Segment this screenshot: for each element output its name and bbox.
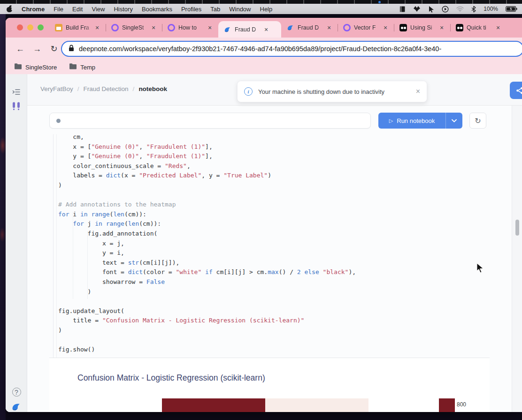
menu-view[interactable]: View	[92, 6, 105, 13]
tab-strip: Build Fra×SingleSt×How to×Fraud D×Fraud …	[6, 18, 522, 38]
browser-tab[interactable]: Build Fra×	[49, 18, 106, 38]
browser-tab[interactable]: How to×	[162, 18, 218, 38]
wifi-icon[interactable]	[456, 6, 464, 12]
code-line: for i in range(len(cm)):	[58, 210, 356, 220]
run-options-caret[interactable]	[445, 113, 462, 129]
browser-tab[interactable]: SingleSt×	[106, 18, 162, 38]
browser-toolbar: ← → ↻ deepnote.com/workspace/veryfatboy-…	[6, 38, 522, 60]
purple-ring-favicon	[168, 24, 175, 31]
browser-tab[interactable]: Fraud D×	[218, 21, 281, 38]
window-orange-favicon	[55, 24, 62, 31]
menu-history[interactable]: History	[114, 6, 132, 13]
tab-label: Fraud D	[235, 26, 261, 33]
menu-profiles[interactable]: Profiles	[181, 6, 201, 13]
lock-icon[interactable]	[69, 45, 74, 53]
deepnote-favicon	[287, 24, 294, 31]
breadcrumb-notebook[interactable]: notebook	[138, 85, 167, 92]
refresh-button[interactable]: ↻	[469, 113, 486, 129]
notebook-prompt-input[interactable]	[49, 113, 371, 129]
code-line: showarrow = False	[58, 277, 356, 287]
browser-tab[interactable]: Fraud D×	[281, 18, 338, 38]
cell-gutter-line	[53, 134, 54, 359]
help-icon[interactable]: ?	[6, 388, 27, 397]
tab-close-icon[interactable]: ×	[264, 26, 268, 33]
colorbar-tick-label: 800	[457, 401, 466, 408]
scrollbar-thumb[interactable]	[515, 220, 519, 236]
overlay-tick-marks	[0, 0, 522, 4]
browser-tab[interactable]: Vector F×	[338, 18, 394, 38]
run-notebook-label: Run notebook	[397, 117, 435, 124]
tab-close-icon[interactable]: ×	[496, 24, 500, 31]
purple-ring-favicon	[111, 24, 119, 31]
toast-close-icon[interactable]: ×	[416, 87, 420, 96]
deepnote-app: ? VeryFatBoy/Fraud Detection/notebook i …	[6, 74, 522, 412]
back-button[interactable]: ←	[12, 44, 28, 54]
video-black-favicon	[456, 24, 463, 31]
share-icon	[515, 86, 522, 95]
tab-label: Build Fra	[66, 24, 92, 31]
code-line: text = str(cm[i][j]),	[58, 258, 356, 268]
battery-percent-label: 100%	[484, 6, 498, 12]
forward-button[interactable]: →	[29, 44, 45, 54]
menu-help[interactable]: Help	[260, 6, 273, 13]
mouse-cursor	[476, 263, 484, 275]
tab-close-icon[interactable]: ×	[440, 24, 444, 31]
url-text: deepnote.com/workspace/veryfatboy-2f930b…	[79, 45, 441, 53]
menu-file[interactable]: File	[54, 6, 63, 13]
code-line	[58, 191, 356, 200]
code-line: )	[58, 326, 356, 336]
code-line: )	[58, 181, 356, 191]
code-line: fig.update_layout(	[58, 306, 356, 316]
cell-output: Confusion Matrix - Logistic Regression (…	[49, 358, 490, 412]
breadcrumb-veryfatboy[interactable]: VeryFatBoy	[40, 85, 73, 92]
address-bar[interactable]: deepnote.com/workspace/veryfatboy-2f930b…	[61, 41, 522, 57]
bookmarks-bar: SingleStoreTemp	[6, 60, 522, 74]
breadcrumb-separator: /	[77, 85, 79, 92]
tab-close-icon[interactable]: ×	[327, 24, 331, 31]
bookmark-temp[interactable]: Temp	[69, 63, 95, 71]
zoom-window-button[interactable]	[38, 24, 44, 31]
menu-bookmarks[interactable]: Bookmarks	[142, 6, 172, 13]
run-notebook-button[interactable]: ▷ Run notebook	[378, 113, 462, 129]
tab-close-icon[interactable]: ×	[152, 24, 155, 31]
share-button[interactable]	[510, 82, 522, 99]
tab-close-icon[interactable]: ×	[208, 24, 212, 31]
bookmark-label: SingleStore	[25, 64, 57, 71]
book-icon[interactable]	[399, 6, 406, 13]
code-line: for j in range(len(cm)):	[58, 219, 356, 229]
breadcrumb-fraud-detection[interactable]: Fraud Detection	[84, 85, 129, 92]
menu-chrome[interactable]: Chrome	[22, 6, 45, 13]
deepnote-logo-icon[interactable]	[6, 402, 27, 412]
bookmark-label: Temp	[80, 64, 95, 71]
reload-button[interactable]: ↻	[46, 44, 62, 54]
app-logo-icon[interactable]	[413, 6, 421, 12]
apple-menu-icon[interactable]	[7, 6, 13, 13]
menu-window[interactable]: Window	[229, 6, 251, 13]
chevron-down-icon	[452, 119, 457, 122]
tab-close-icon[interactable]: ×	[95, 24, 99, 31]
scrollbar-track[interactable]	[512, 106, 522, 412]
menu-tab[interactable]: Tab	[210, 6, 220, 13]
browser-tab[interactable]: Using Si×	[394, 18, 450, 38]
code-line: y = ["Genuine (0)", "Fraudulent (1)"],	[58, 152, 356, 161]
browser-tab[interactable]: Quick ti×	[450, 18, 507, 38]
minimize-window-button[interactable]	[27, 24, 33, 31]
code-line: fig.add_annotation(	[58, 229, 356, 239]
menu-edit[interactable]: Edit	[72, 6, 83, 13]
bookmark-singlestore[interactable]: SingleStore	[14, 63, 57, 71]
code-editor[interactable]: cm, x = ["Genuine (0)", "Fraudulent (1)"…	[58, 132, 356, 355]
info-icon: i	[244, 87, 253, 96]
code-line: title = "Confusion Matrix - Logistic Reg…	[58, 316, 356, 326]
integration-icon[interactable]	[6, 101, 27, 111]
code-line: # Add annotations to the heatmap	[58, 200, 356, 210]
main-panel: VeryFatBoy/Fraud Detection/notebook i Yo…	[27, 74, 522, 412]
cursor-icon[interactable]	[428, 6, 434, 13]
close-window-button[interactable]	[17, 24, 23, 31]
collapse-sidebar-icon[interactable]	[6, 88, 27, 96]
macos-menubar: ChromeFileEditViewHistoryBookmarksProfil…	[0, 4, 522, 14]
bluetooth-icon[interactable]	[471, 6, 476, 13]
tab-close-icon[interactable]: ×	[384, 24, 387, 31]
play-circle-icon[interactable]	[442, 6, 449, 13]
chart-title: Confusion Matrix - Logistic Regression (…	[77, 373, 265, 383]
tab-label: SingleSt	[122, 24, 148, 31]
